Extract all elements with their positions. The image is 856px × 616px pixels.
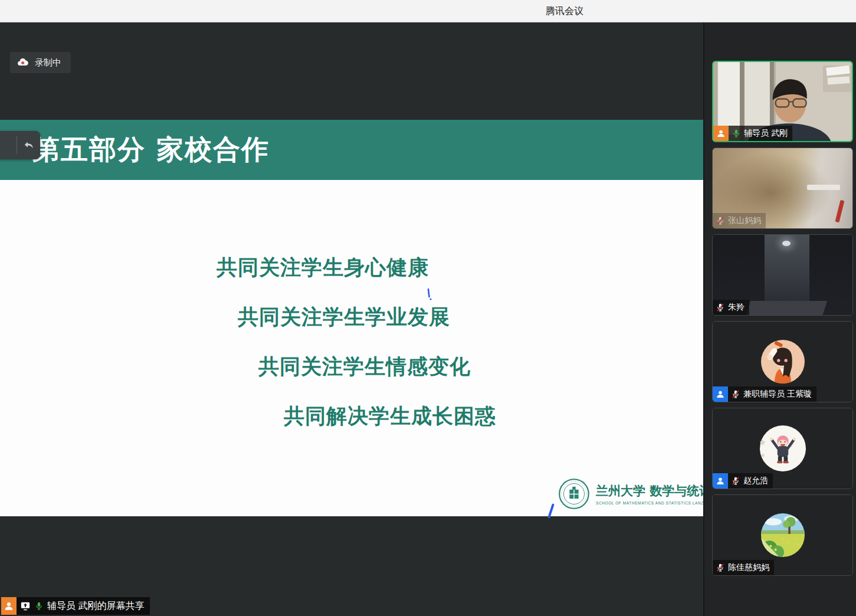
recording-badge[interactable]: 录制中 xyxy=(10,52,71,73)
character-avatar-icon xyxy=(760,425,806,471)
participant-label: 兼职辅导员 王紫璇 xyxy=(713,386,816,402)
participant-label: 张山妈妈 xyxy=(713,213,766,228)
red-object xyxy=(835,200,845,223)
participant-label: 陈佳慈妈妈 xyxy=(713,560,774,575)
presenter-badge xyxy=(1,597,17,615)
app-title: 腾讯会议 xyxy=(546,5,583,17)
participant-name: 兼职辅导员 王紫璇 xyxy=(743,389,812,399)
mic-muted-icon xyxy=(731,389,740,399)
slide-line-3: 共同关注学生情感变化 xyxy=(258,353,471,381)
mic-muted-icon xyxy=(731,476,740,486)
person-icon xyxy=(4,601,14,611)
participant-name: 赵允浩 xyxy=(743,476,768,486)
meeting-window: 腾讯会议 录制中 第五部分 家校合作 共同关注学生身心健康 xyxy=(0,0,856,616)
screen-share-region: 录制中 第五部分 家校合作 共同关注学生身心健康 共同关注学生学业发展 共同关注… xyxy=(0,22,703,616)
screen-share-icon xyxy=(20,601,31,611)
participant-label: 赵允浩 xyxy=(713,473,773,489)
ceiling-light xyxy=(782,241,791,246)
slide-content: 共同关注学生身心健康 共同关注学生学业发展 共同关注学生情感变化 共同解决学生成… xyxy=(0,180,703,516)
annotation-toolbar[interactable] xyxy=(0,131,40,159)
floor-highlight xyxy=(746,301,827,316)
slide-line-2: 共同关注学生学业发展 xyxy=(238,303,450,331)
participant-tile-wugang[interactable]: 辅导员 武刚 xyxy=(712,61,853,142)
slide-line-1: 共同关注学生身心健康 xyxy=(217,254,429,281)
share-status-label: 辅导员 武刚的屏幕共享 xyxy=(47,600,144,612)
girl-avatar-icon xyxy=(761,340,805,384)
mic-muted-icon xyxy=(716,563,725,572)
participant-name: 辅导员 武刚 xyxy=(744,128,788,139)
participant-tile-zhaoyunhao[interactable]: 赵允浩 xyxy=(712,408,853,489)
landscape-avatar-icon xyxy=(761,513,805,557)
slide-banner-title: 第五部分 家校合作 xyxy=(32,132,270,168)
slide-banner: 第五部分 家校合作 xyxy=(0,120,703,180)
recording-label: 录制中 xyxy=(35,57,61,68)
participant-tile-chenjiaci-mom[interactable]: 陈佳慈妈妈 xyxy=(712,494,853,576)
participants-sidebar: 辅导员 武刚 张山妈妈 xyxy=(703,22,856,616)
blue-annotation-stroke xyxy=(547,503,555,519)
participant-name: 张山妈妈 xyxy=(728,215,761,226)
cohost-badge xyxy=(713,386,728,402)
undo-arrow-icon xyxy=(23,139,35,151)
mic-muted-icon xyxy=(716,303,725,312)
mic-on-icon xyxy=(34,601,44,611)
participant-tile-mom1[interactable]: 张山妈妈 xyxy=(712,148,853,229)
mic-muted-icon xyxy=(716,216,725,225)
blue-annotation-tick xyxy=(426,288,433,301)
person-icon xyxy=(716,129,726,138)
person-icon xyxy=(716,476,725,486)
university-seal-icon xyxy=(558,478,590,510)
participant-name: 陈佳慈妈妈 xyxy=(728,562,769,573)
participant-tile-wangzixuan[interactable]: 兼职辅导员 王紫璇 xyxy=(712,321,853,402)
participant-label: 辅导员 武刚 xyxy=(713,126,792,141)
toolbar-divider xyxy=(17,136,17,154)
participant-label: 朱羚 xyxy=(713,300,749,315)
window-titlebar: 腾讯会议 xyxy=(0,0,856,22)
cohost-badge xyxy=(713,473,728,489)
air-vent xyxy=(807,185,840,190)
undo-button[interactable] xyxy=(20,136,38,155)
host-badge xyxy=(713,126,729,141)
participant-name: 朱羚 xyxy=(728,302,745,313)
person-icon xyxy=(716,389,725,399)
slide-line-4: 共同解决学生成长困惑 xyxy=(284,402,496,430)
share-status-bar: 辅导员 武刚的屏幕共享 xyxy=(1,597,150,615)
mic-on-icon xyxy=(732,129,741,138)
participant-tile-zhuling[interactable]: 朱羚 xyxy=(712,234,853,316)
cloud-record-icon xyxy=(17,57,29,68)
